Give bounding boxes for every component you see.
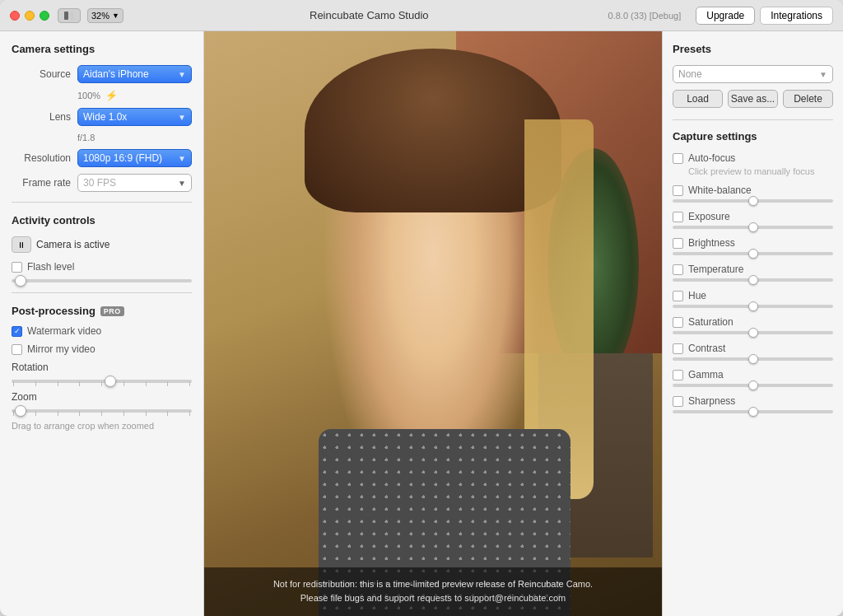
post-proc-title: Post-processing bbox=[12, 305, 95, 317]
usb-icon: ⚡ bbox=[105, 90, 118, 101]
contrast-slider-track bbox=[673, 357, 833, 361]
autofocus-item: Auto-focus Click preview to manually foc… bbox=[673, 152, 833, 176]
temperature-slider-thumb[interactable] bbox=[748, 275, 758, 285]
right-divider-1 bbox=[673, 119, 833, 120]
exposure-label: Exposure bbox=[688, 211, 730, 222]
upgrade-button[interactable]: Upgrade bbox=[696, 7, 755, 25]
exposure-slider-thumb[interactable] bbox=[748, 222, 758, 232]
main-content: Camera settings Source Aidan's iPhone ▼ … bbox=[0, 31, 843, 616]
mirror-label: Mirror my video bbox=[27, 343, 95, 355]
saturation-item: Saturation bbox=[673, 316, 833, 334]
sharpness-checkbox[interactable] bbox=[673, 396, 683, 407]
contrast-checkbox[interactable] bbox=[673, 343, 683, 354]
zoom-dropdown[interactable]: 32% ▼ bbox=[87, 8, 123, 23]
gamma-slider-thumb[interactable] bbox=[748, 380, 758, 390]
watermark-line1: Not for redistribution: this is a time-l… bbox=[273, 579, 593, 589]
gamma-checkbox[interactable] bbox=[673, 370, 683, 380]
hue-slider-thumb[interactable] bbox=[748, 301, 758, 311]
white-balance-row: White-balance bbox=[673, 184, 833, 196]
hair-top bbox=[305, 49, 561, 212]
rotation-slider-track bbox=[12, 380, 192, 383]
mirror-checkbox[interactable] bbox=[12, 344, 22, 355]
integrations-button[interactable]: Integrations bbox=[760, 7, 833, 25]
pause-button[interactable]: ⏸ bbox=[12, 236, 31, 253]
gamma-label: Gamma bbox=[688, 369, 724, 380]
contrast-slider-thumb[interactable] bbox=[748, 354, 758, 364]
hue-row: Hue bbox=[673, 290, 833, 301]
post-proc-header: Post-processing PRO bbox=[12, 305, 192, 317]
camera-settings-title: Camera settings bbox=[12, 43, 192, 55]
framerate-label: Frame rate bbox=[12, 177, 71, 189]
fullscreen-button[interactable] bbox=[40, 11, 49, 21]
hue-label: Hue bbox=[688, 290, 706, 301]
exposure-item: Exposure bbox=[673, 211, 833, 229]
saturation-label: Saturation bbox=[688, 316, 734, 328]
traffic-lights bbox=[10, 11, 49, 21]
presets-value: None bbox=[678, 68, 702, 80]
left-panel: Camera settings Source Aidan's iPhone ▼ … bbox=[0, 31, 204, 616]
load-button[interactable]: Load bbox=[673, 90, 723, 108]
white-balance-label: White-balance bbox=[688, 184, 752, 196]
framerate-row: Frame rate 30 FPS ▼ bbox=[12, 174, 192, 192]
exposure-checkbox[interactable] bbox=[673, 212, 683, 222]
white-balance-slider-thumb[interactable] bbox=[748, 196, 758, 206]
resolution-select[interactable]: 1080p 16:9 (FHD) ▼ bbox=[77, 149, 192, 167]
lens-value: Wide 1.0x bbox=[83, 111, 127, 123]
sharpness-slider-thumb[interactable] bbox=[748, 407, 758, 417]
delete-button[interactable]: Delete bbox=[783, 90, 833, 108]
white-balance-item: White-balance bbox=[673, 184, 833, 203]
white-balance-checkbox[interactable] bbox=[673, 185, 683, 196]
brightness-row: Brightness bbox=[673, 237, 833, 249]
preset-buttons: Load Save as... Delete bbox=[673, 90, 833, 108]
temperature-item: Temperature bbox=[673, 264, 833, 282]
video-preview[interactable]: Not for redistribution: this is a time-l… bbox=[204, 31, 662, 616]
close-button[interactable] bbox=[10, 11, 20, 21]
saturation-slider-thumb[interactable] bbox=[748, 328, 758, 338]
mirror-row: Mirror my video bbox=[12, 343, 192, 355]
framerate-select[interactable]: 30 FPS ▼ bbox=[77, 174, 192, 192]
battery-usb-row: 100% ⚡ bbox=[77, 90, 192, 101]
autofocus-checkbox[interactable] bbox=[673, 153, 683, 164]
resolution-row: Resolution 1080p 16:9 (FHD) ▼ bbox=[12, 149, 192, 167]
pro-badge: PRO bbox=[100, 306, 124, 316]
exposure-row: Exposure bbox=[673, 211, 833, 222]
white-balance-slider-track bbox=[673, 199, 833, 203]
temperature-checkbox[interactable] bbox=[673, 264, 683, 275]
flash-slider-container bbox=[12, 279, 192, 282]
saturation-checkbox[interactable] bbox=[673, 317, 683, 328]
chevron-down-icon-presets: ▼ bbox=[819, 70, 827, 79]
brightness-slider-track bbox=[673, 252, 833, 255]
zoom-section: Zoom bbox=[12, 391, 192, 413]
source-value: Aidan's iPhone bbox=[83, 68, 149, 80]
minimize-button[interactable] bbox=[25, 11, 35, 21]
chevron-down-icon: ▼ bbox=[112, 12, 119, 20]
brightness-slider-thumb[interactable] bbox=[748, 249, 758, 259]
presets-dropdown[interactable]: None ▼ bbox=[673, 65, 833, 83]
lens-select[interactable]: Wide 1.0x ▼ bbox=[77, 108, 192, 126]
sidebar-toggle-button[interactable] bbox=[58, 8, 81, 23]
source-select[interactable]: Aidan's iPhone ▼ bbox=[77, 65, 192, 83]
saturation-slider-track bbox=[673, 331, 833, 334]
zoom-slider-thumb[interactable] bbox=[15, 405, 26, 417]
autofocus-hint: Click preview to manually focus bbox=[688, 166, 833, 176]
hue-checkbox[interactable] bbox=[673, 291, 683, 301]
watermark-checkbox[interactable]: ✓ bbox=[12, 326, 22, 337]
hue-slider-track bbox=[673, 305, 833, 308]
svg-rect-1 bbox=[70, 12, 74, 20]
sharpness-label: Sharpness bbox=[688, 395, 735, 407]
rotation-section: Rotation bbox=[12, 362, 192, 383]
chevron-right-icon: ▼ bbox=[178, 70, 186, 79]
drag-hint: Drag to arrange crop when zoomed bbox=[12, 421, 192, 431]
save-as-button[interactable]: Save as... bbox=[728, 90, 778, 108]
temperature-row: Temperature bbox=[673, 264, 833, 275]
framerate-value: 30 FPS bbox=[83, 177, 116, 189]
chevron-down-icon-res: ▼ bbox=[178, 154, 186, 163]
resolution-label: Resolution bbox=[12, 152, 71, 164]
autofocus-row: Auto-focus bbox=[673, 152, 833, 164]
flash-checkbox[interactable] bbox=[12, 262, 22, 273]
flash-slider-thumb[interactable] bbox=[15, 275, 26, 287]
titlebar: 32% ▼ Reincubate Camo Studio 0.8.0 (33) … bbox=[0, 0, 843, 31]
right-panel: Presets None ▼ Load Save as... Delete Ca… bbox=[662, 31, 843, 616]
brightness-checkbox[interactable] bbox=[673, 238, 683, 249]
exposure-slider-track bbox=[673, 226, 833, 229]
